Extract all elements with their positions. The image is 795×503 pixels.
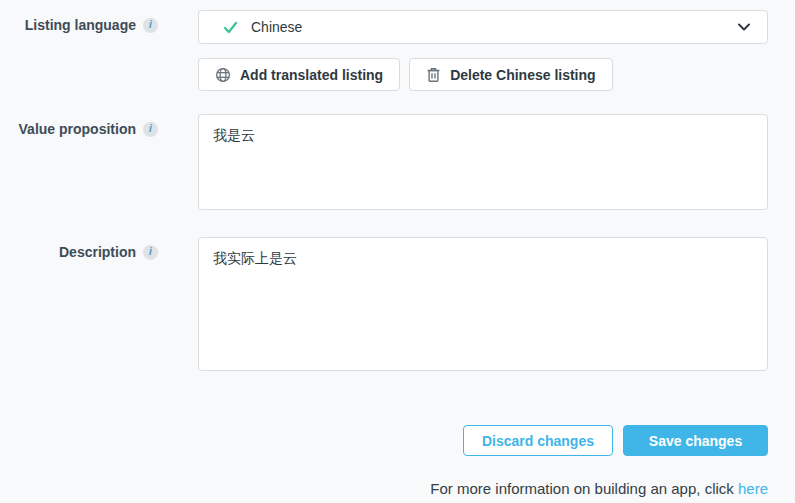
add-translated-listing-label: Add translated listing bbox=[240, 67, 383, 83]
app-listing-form: Listing language i Chinese bbox=[0, 10, 768, 497]
description-input[interactable]: 我实际上是云 bbox=[198, 237, 768, 371]
value-proposition-input[interactable]: 我是云 bbox=[198, 114, 768, 210]
footer-note: For more information on building an app,… bbox=[198, 480, 768, 497]
language-buttons-row: Add translated listing Delete Chinese li… bbox=[0, 58, 768, 91]
form-actions-row: Discard changes Save changes bbox=[0, 425, 768, 456]
value-proposition-row: Value proposition i 我是云 bbox=[0, 114, 768, 214]
globe-icon bbox=[215, 67, 231, 83]
listing-language-value: Chinese bbox=[251, 19, 302, 35]
trash-icon bbox=[426, 67, 441, 83]
description-label-group: Description i bbox=[0, 237, 158, 260]
listing-language-label: Listing language bbox=[25, 17, 136, 33]
value-proposition-label-group: Value proposition i bbox=[0, 114, 158, 137]
discard-changes-button[interactable]: Discard changes bbox=[463, 425, 613, 456]
listing-language-row: Listing language i Chinese bbox=[0, 10, 768, 44]
add-translated-listing-button[interactable]: Add translated listing bbox=[198, 58, 400, 91]
delete-listing-label: Delete Chinese listing bbox=[450, 67, 595, 83]
footer-text: For more information on building an app,… bbox=[430, 480, 738, 497]
check-icon bbox=[222, 19, 239, 36]
save-changes-button[interactable]: Save changes bbox=[623, 425, 768, 456]
listing-language-select[interactable]: Chinese bbox=[198, 10, 768, 44]
delete-listing-button[interactable]: Delete Chinese listing bbox=[409, 58, 612, 91]
description-row: Description i 我实际上是云 bbox=[0, 237, 768, 375]
value-proposition-label: Value proposition bbox=[19, 121, 136, 137]
info-icon[interactable]: i bbox=[143, 18, 158, 33]
info-icon[interactable]: i bbox=[143, 245, 158, 260]
listing-language-label-group: Listing language i bbox=[0, 10, 158, 33]
footer-here-link[interactable]: here bbox=[738, 480, 768, 497]
footer-row: For more information on building an app,… bbox=[0, 480, 768, 497]
info-icon[interactable]: i bbox=[143, 122, 158, 137]
description-label: Description bbox=[59, 244, 136, 260]
chevron-down-icon bbox=[736, 19, 752, 35]
